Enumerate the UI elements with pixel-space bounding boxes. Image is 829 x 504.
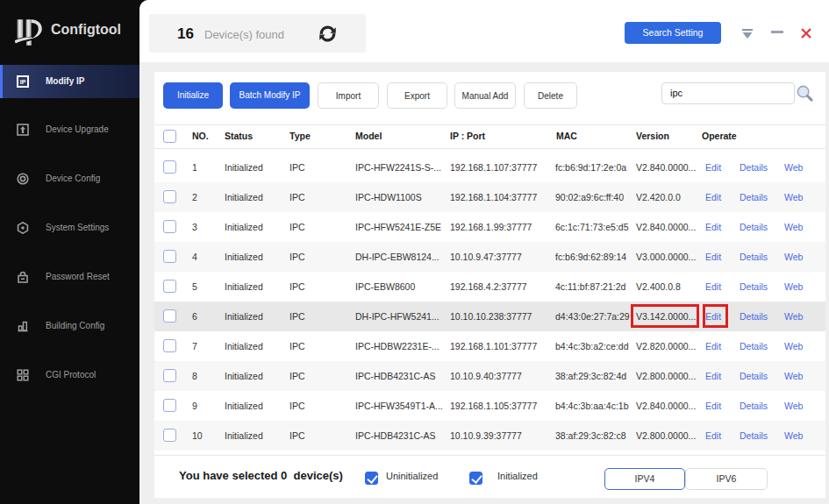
svg-text:IP: IP — [20, 79, 26, 85]
